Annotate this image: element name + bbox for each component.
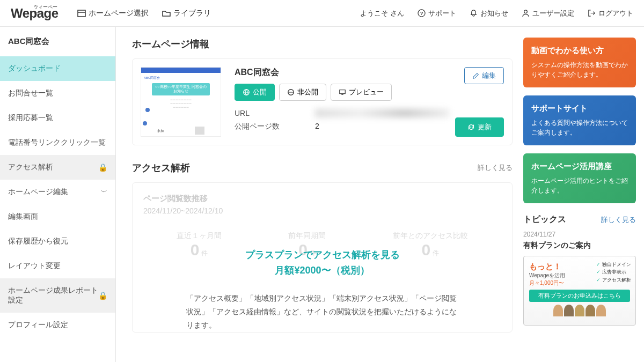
nav-support[interactable]: ? サポート: [418, 9, 456, 18]
help-icon: ?: [418, 9, 426, 17]
pages-value: 2: [315, 122, 319, 131]
sidebar-item-recruit[interactable]: 採用応募一覧: [0, 106, 115, 130]
topic-title: 有料プランのご案内: [523, 241, 636, 250]
promo-card-video-guide[interactable]: 動画でわかる使い方システムの操作方法を動画でわかりやすくご紹介します。: [523, 38, 636, 87]
sidebar-item-report-settings[interactable]: ホームページ成果レポート設定🔒: [0, 278, 115, 313]
sidebar-item-edit-homepage[interactable]: ホームページ編集﹀: [0, 180, 115, 204]
sidebar-item-analytics[interactable]: アクセス解析🔒: [0, 155, 115, 180]
unpublish-button[interactable]: 非公開: [279, 84, 326, 101]
logout-icon: [588, 9, 596, 17]
welcome-text: ようこそ さん: [360, 9, 404, 18]
section-title-homepage-info: ホームページ情報: [132, 38, 513, 50]
sidebar-item-restore[interactable]: 保存履歴から復元: [0, 229, 115, 254]
globe-icon: [243, 88, 250, 96]
topics-more-link[interactable]: 詳しく見る: [601, 215, 636, 225]
sidebar-item-inquiries[interactable]: お問合せ一覧: [0, 81, 115, 106]
update-button[interactable]: 更新: [455, 117, 504, 137]
monitor-icon: [339, 88, 346, 96]
bell-icon: [470, 9, 478, 17]
topic-banner-paid-plan[interactable]: もっと！ Wepageを活用 月々1,000円〜 独自ドメイン 広告非表示 アク…: [523, 256, 636, 326]
promo-card-support-site[interactable]: サポートサイトよくある質問や操作方法についてご案内します。: [523, 95, 636, 145]
folder-icon: [162, 9, 171, 18]
svg-rect-7: [340, 90, 346, 94]
lock-icon: 🔒: [98, 291, 107, 300]
site-name: ABC同窓会: [235, 67, 504, 78]
chevron-down-icon: ﹀: [101, 188, 107, 197]
svg-rect-0: [78, 10, 85, 17]
sidebar-item-layout-change[interactable]: レイアウト変更: [0, 254, 115, 278]
lock-icon: 🔒: [98, 163, 107, 172]
nav-user-settings[interactable]: ユーザー設定: [522, 9, 574, 18]
edit-button[interactable]: 編集: [464, 67, 504, 84]
sidebar-item-dashboard[interactable]: ダッシュボード: [0, 56, 115, 81]
nav-home-select[interactable]: ホームページ選択: [77, 9, 149, 18]
topics-heading: トピックス 詳しく見る: [523, 214, 636, 225]
pencil-icon: [472, 72, 479, 79]
nav-news[interactable]: お知らせ: [470, 9, 508, 18]
analytics-more-link[interactable]: 詳しく見る: [478, 163, 513, 173]
svg-text:?: ?: [420, 11, 423, 16]
nav-library[interactable]: ライブラリ: [162, 9, 211, 18]
sidebar: ABC同窓会 ダッシュボード お問合せ一覧 採用応募一覧 電話番号リンククリック…: [0, 27, 116, 362]
sidebar-item-edit-screen[interactable]: 編集画面: [0, 204, 115, 229]
faded-chart-title: ページ閲覧数推移: [143, 194, 501, 204]
site-thumbnail[interactable]: ABC同窓会 ○○高校○○年度卒業生 同窓会のお知らせ ーーーーーーーーーーーー…: [141, 67, 221, 137]
brand-ruby: ウィーページ: [33, 4, 58, 18]
refresh-icon: [467, 123, 475, 131]
section-title-analytics: アクセス解析 詳しく見る: [132, 161, 513, 174]
topic-date: 2024/11/27: [523, 231, 636, 238]
promo-card-usage-course[interactable]: ホームページ活用講座ホームページ活用のヒントをご紹介します。: [523, 153, 636, 203]
sidebar-item-tel-clicks[interactable]: 電話番号リンククリック一覧: [0, 130, 115, 155]
faded-date-range: 2024/11/20~2024/12/10: [143, 206, 501, 215]
brand-logo[interactable]: ウィーページ Wepage: [11, 6, 58, 21]
preview-button[interactable]: プレビュー: [331, 84, 392, 101]
homepage-info-card: ABC同窓会 ○○高校○○年度卒業生 同窓会のお知らせ ーーーーーーーーーーーー…: [132, 58, 513, 145]
analytics-card: ページ閲覧数推移 2024/11/20~2024/12/10 直近１ヶ月間0 件…: [132, 182, 513, 333]
analytics-upgrade-promo: プラスプランでアクセス解析を見る 月額¥2000〜（税別） 「アクセス概要」「地…: [133, 247, 512, 332]
pages-icon: [77, 9, 86, 18]
svg-point-4: [524, 10, 528, 13]
nav-logout[interactable]: ログアウト: [588, 9, 633, 18]
url-label: URL: [235, 109, 283, 117]
pages-label: 公開ページ数: [235, 122, 283, 131]
user-icon: [522, 9, 530, 17]
sidebar-item-profile[interactable]: プロフィール設定: [0, 313, 115, 337]
sidebar-site-title: ABC同窓会: [0, 27, 115, 56]
url-value-blurred: [315, 109, 449, 117]
globe-off-icon: [287, 88, 295, 96]
publish-button[interactable]: 公開: [235, 84, 275, 101]
